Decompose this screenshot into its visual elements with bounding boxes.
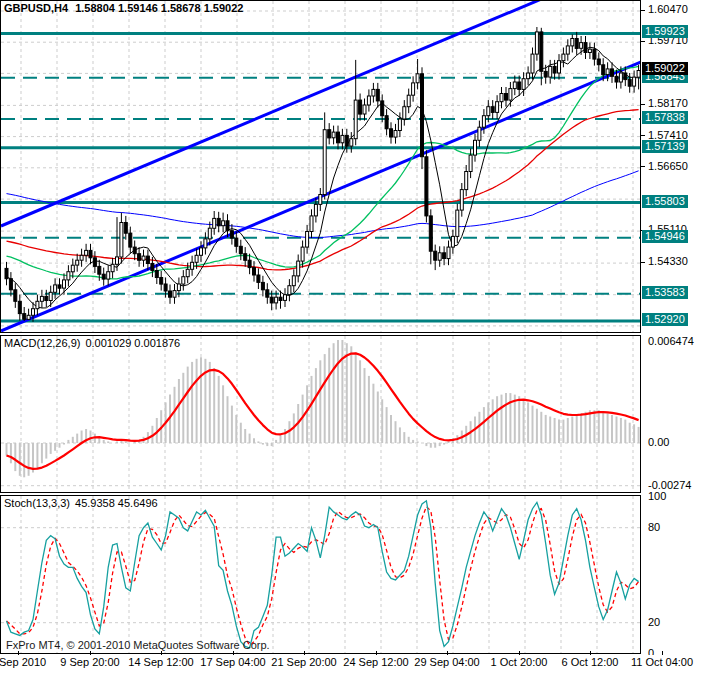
stoch-name: Stoch(13,3,3) — [4, 497, 70, 509]
macd-values: 0.001029 0.001876 — [85, 337, 180, 349]
time-axis-tick — [90, 651, 91, 655]
time-axis-label: 9 Sep 20:00 — [60, 656, 119, 668]
time-axis-tick — [519, 651, 520, 655]
ma-slow — [7, 110, 639, 270]
stoch-axis-100: 100 — [648, 490, 666, 502]
symbol-timeframe-label: GBPUSD,H4 — [4, 2, 68, 14]
price-level-badge: 1.54946 — [642, 230, 688, 243]
price-level-badge: 1.57838 — [642, 111, 688, 124]
price-axis-tick — [641, 135, 645, 136]
price-axis-label: 1.54330 — [648, 255, 688, 267]
price-axis-tick — [641, 262, 645, 263]
time-axis-tick — [590, 651, 591, 655]
price-axis-tick — [641, 104, 645, 105]
platform-watermark: FxPro MT4, © 2001-2010 MetaQuotes Softwa… — [6, 639, 270, 651]
time-axis-tick — [233, 651, 234, 655]
price-axis-tick — [641, 10, 645, 11]
time-axis-tick — [161, 651, 162, 655]
macd-indicator-label: MACD(12,26,9)0.001029 0.001876 — [4, 337, 180, 349]
price-axis-label: 1.60470 — [648, 3, 688, 15]
stoch-k-line — [7, 501, 639, 648]
stoch-axis-20: 20 — [648, 616, 660, 628]
time-axis-label: 6 Oct 12:00 — [562, 656, 619, 668]
moving-averages — [7, 47, 639, 308]
stoch-values: 45.9358 45.6496 — [75, 497, 158, 509]
horizontal-gridlines — [1, 11, 640, 326]
stochastic-canvas[interactable] — [1, 496, 640, 653]
time-axis-label: 29 Sep 04:00 — [414, 656, 479, 668]
macd-name: MACD(12,26,9) — [4, 337, 80, 349]
price-level-badge: 1.59923 — [642, 25, 688, 38]
price-level-badge: 1.52920 — [642, 313, 688, 326]
time-axis-label: 17 Sep 04:00 — [200, 656, 265, 668]
time-axis[interactable]: 7 Sep 20109 Sep 20:0014 Sep 12:0017 Sep … — [0, 655, 716, 673]
time-axis-tick — [447, 651, 448, 655]
price-axis-tick — [641, 41, 645, 42]
time-axis-tick — [304, 651, 305, 655]
chart-title: GBPUSD,H41.58804 1.59146 1.58678 1.59022 — [4, 2, 243, 14]
ma-slowest — [7, 171, 639, 238]
ohlc-values: 1.58804 1.59146 1.58678 1.59022 — [75, 2, 243, 14]
mt4-chart-window: GBPUSD,H41.58804 1.59146 1.58678 1.59022… — [0, 0, 716, 673]
time-axis-label: 24 Sep 12:00 — [343, 656, 408, 668]
time-axis-label: 1 Oct 20:00 — [491, 656, 548, 668]
ma-mid — [7, 66, 639, 278]
macd-signal-line — [7, 353, 639, 468]
macd-gridlines — [1, 443, 640, 486]
price-axis-tick — [641, 166, 645, 167]
price-axis[interactable]: 1.604701.597101.581701.574101.566501.551… — [641, 0, 716, 655]
price-level-badge: 1.57139 — [642, 140, 688, 153]
ma-fast — [7, 47, 639, 308]
macd-axis-zero: 0.00 — [648, 436, 669, 448]
main-chart-panel[interactable]: GBPUSD,H41.58804 1.59146 1.58678 1.59022 — [0, 0, 641, 333]
stoch-gridlines — [1, 528, 640, 623]
stochastic-panel[interactable]: Stoch(13,3,3)45.9358 45.6496 FxPro MT4, … — [0, 495, 641, 654]
time-axis-tick — [376, 651, 377, 655]
time-axis-label: 11 Oct 04:00 — [631, 656, 693, 668]
price-axis-label: 1.56650 — [648, 160, 688, 172]
time-axis-label: 14 Sep 12:00 — [128, 656, 193, 668]
macd-canvas[interactable] — [1, 336, 640, 492]
price-level-badge: 1.53583 — [642, 286, 688, 299]
stoch-indicator-label: Stoch(13,3,3)45.9358 45.6496 — [4, 497, 158, 509]
trend-channel — [1, 1, 640, 331]
price-axis-label: 1.58170 — [648, 97, 688, 109]
time-axis-label: 21 Sep 20:00 — [271, 656, 336, 668]
macd-axis-max: 0.006474 — [648, 335, 694, 347]
price-level-badge: 1.55803 — [642, 195, 688, 208]
time-axis-tick — [662, 651, 663, 655]
current-price-badge: 1.59022 — [642, 62, 688, 75]
price-chart-canvas[interactable] — [1, 1, 640, 332]
macd-panel[interactable]: MACD(12,26,9)0.001029 0.001876 — [0, 335, 641, 493]
time-axis-tick — [18, 651, 19, 655]
macd-histogram — [7, 340, 639, 477]
stoch-axis-80: 80 — [648, 521, 660, 533]
time-axis-label: 7 Sep 2010 — [0, 656, 46, 668]
